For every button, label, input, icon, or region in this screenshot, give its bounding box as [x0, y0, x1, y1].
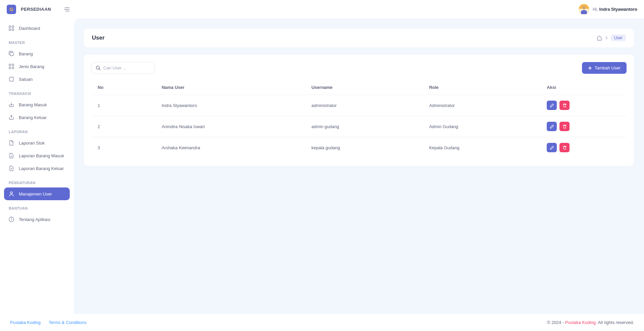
copy-icon [9, 51, 14, 56]
cell-role: Admin Gudang [423, 116, 541, 137]
svg-line-18 [99, 69, 100, 70]
page-title: User [92, 35, 105, 41]
search-box[interactable] [91, 62, 155, 74]
th-aksi: Aksi [541, 80, 626, 95]
home-icon[interactable] [597, 35, 602, 41]
logo[interactable]: G [7, 5, 16, 14]
th-no: No [92, 80, 156, 95]
sidebar-item-label: Satuan [19, 77, 33, 82]
cell-nama: Anindira Nisaka Iswari [156, 116, 306, 137]
main-content: User User [74, 18, 644, 314]
sidebar-item-laporan-barang-keluar[interactable]: Laporan Barang Keluar [4, 162, 70, 175]
sidebar-item-barang-keluar[interactable]: Barang Keluar [4, 111, 70, 124]
delete-button[interactable] [559, 122, 570, 131]
avatar [579, 4, 589, 15]
inbox-in-icon [9, 102, 14, 107]
category-icon [9, 64, 14, 69]
cell-role: Administrator [423, 95, 541, 116]
page-header: User User [84, 29, 634, 47]
sidebar-section-master: MASTER [4, 35, 70, 47]
sidebar-item-tentang-aplikasi[interactable]: Tentang Aplikasi [4, 213, 70, 226]
cell-nama: Indra Styawantoro [156, 95, 306, 116]
sidebar-item-label: Barang Masuk [19, 102, 47, 107]
sidebar-item-label: Dashboard [19, 26, 40, 31]
cell-no: 3 [92, 137, 156, 158]
cell-role: Kepala Gudang [423, 137, 541, 158]
user-icon [9, 191, 14, 197]
sidebar-section-transaksi: TRANSAKSI [4, 86, 70, 98]
chevron-right-icon [605, 36, 608, 40]
table-row: 3 Arshaka Keenandra kepala gudang Kepala… [92, 137, 627, 158]
box-icon [9, 76, 14, 82]
sidebar-item-dashboard[interactable]: Dashboard [4, 22, 70, 35]
sidebar-item-barang-masuk[interactable]: Barang Masuk [4, 98, 70, 111]
dashboard-icon [9, 25, 14, 31]
th-username: Username [305, 80, 423, 95]
svg-rect-10 [9, 67, 11, 69]
trash-icon [562, 103, 567, 108]
cell-no: 2 [92, 116, 156, 137]
user-menu[interactable]: Hi, Indra Styawantoro [579, 4, 637, 15]
trash-icon [562, 146, 567, 150]
header: G PERSEDIAAN Hi, Indra Styawantoro [0, 0, 644, 18]
add-user-button[interactable]: Tambah User [582, 62, 627, 74]
greeting-name: Indra Styawantoro [599, 7, 637, 12]
sidebar-item-label: Manajemen User [19, 191, 52, 197]
copyright-prefix: © 2024 - [547, 320, 565, 325]
sidebar-item-label: Barang [19, 51, 33, 56]
footer-copyright: © 2024 - Pustaka Koding. All rights rese… [547, 320, 634, 325]
copyright-suffix: All rights reserved. [597, 320, 634, 325]
footer: Pustaka Koding Terms & Conditions © 2024… [0, 314, 644, 331]
sidebar-item-label: Tentang Aplikasi [19, 217, 50, 222]
th-role: Role [423, 80, 541, 95]
svg-point-16 [11, 218, 12, 219]
info-icon [9, 217, 14, 222]
svg-point-13 [10, 192, 12, 194]
sidebar-section-bantuan: BANTUAN [4, 200, 70, 213]
footer-link-pustaka[interactable]: Pustaka Koding [10, 320, 41, 325]
svg-rect-7 [10, 52, 13, 56]
brand-name: PERSEDIAAN [21, 7, 51, 12]
edit-icon [550, 146, 554, 150]
edit-icon [550, 103, 554, 108]
svg-point-17 [96, 66, 99, 69]
sidebar-item-laporan-stok[interactable]: Laporan Stok [4, 136, 70, 149]
cell-nama: Arshaka Keenandra [156, 137, 306, 158]
add-user-label: Tambah User [595, 65, 621, 70]
search-input[interactable] [103, 65, 151, 70]
sidebar-item-laporan-barang-masuk[interactable]: Laporan Barang Masuk [4, 149, 70, 162]
breadcrumb: User [597, 35, 626, 41]
edit-button[interactable] [547, 101, 557, 110]
plus-icon [588, 66, 592, 70]
svg-point-11 [12, 67, 14, 69]
cell-no: 1 [92, 95, 156, 116]
sidebar-item-satuan[interactable]: Satuan [4, 73, 70, 86]
sidebar-toggle[interactable] [64, 7, 70, 12]
copyright-brand[interactable]: Pustaka Koding. [565, 320, 597, 325]
sidebar: Dashboard MASTER Barang Jenis Barang [0, 18, 74, 314]
cell-username: admin gudang [305, 116, 423, 137]
svg-rect-3 [9, 26, 11, 27]
breadcrumb-current: User [611, 35, 626, 41]
sidebar-item-barang[interactable]: Barang [4, 47, 70, 60]
sidebar-item-label: Laporan Barang Keluar [19, 166, 64, 171]
file-out-icon [9, 166, 14, 171]
sidebar-section-pengaturan: PENGATURAN [4, 175, 70, 187]
table-row: 2 Anindira Nisaka Iswari admin gudang Ad… [92, 116, 627, 137]
svg-rect-12 [9, 77, 13, 81]
edit-button[interactable] [547, 143, 557, 152]
th-nama: Nama User [156, 80, 306, 95]
search-icon [96, 65, 101, 70]
sidebar-item-label: Jenis Barang [19, 64, 44, 69]
greeting: Hi, Indra Styawantoro [593, 7, 637, 12]
footer-link-terms[interactable]: Terms & Conditions [49, 320, 87, 325]
svg-rect-4 [12, 26, 14, 27]
edit-button[interactable] [547, 122, 557, 131]
svg-rect-8 [9, 64, 11, 66]
menu-icon [64, 7, 70, 12]
delete-button[interactable] [559, 143, 570, 152]
delete-button[interactable] [559, 101, 570, 110]
sidebar-item-manajemen-user[interactable]: Manajemen User [4, 187, 70, 200]
sidebar-item-jenis-barang[interactable]: Jenis Barang [4, 60, 70, 73]
cell-username: administrator [305, 95, 423, 116]
